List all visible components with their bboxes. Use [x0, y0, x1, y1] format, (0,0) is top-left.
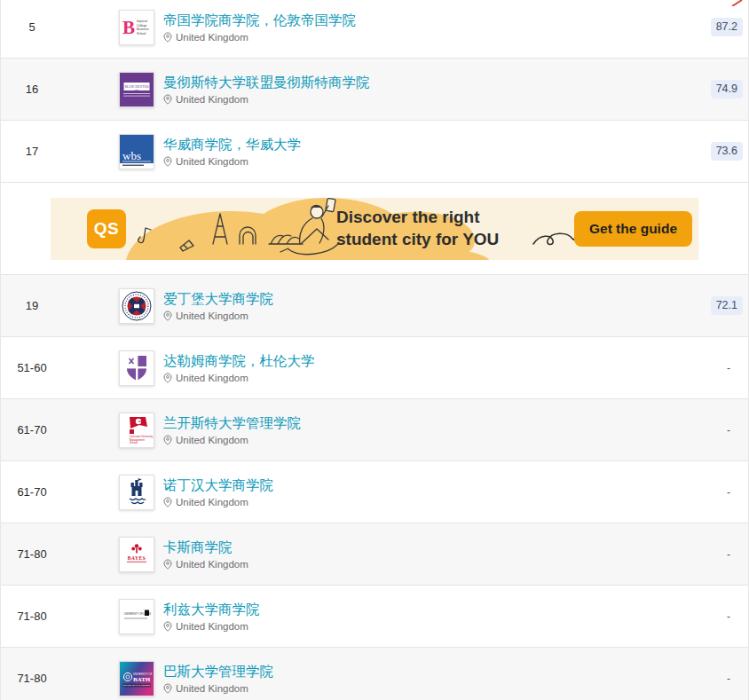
school-name-link[interactable]: 巴斯大学管理学院	[163, 663, 273, 680]
school-name-link[interactable]: 爱丁堡大学商学院	[163, 290, 273, 308]
bath-logo: UNIVERSITY OFBATHSCHOOL OF MANAGEMENT	[119, 661, 154, 696]
score-value: 87.2	[711, 18, 743, 36]
table-row[interactable]: 19 爱丁堡大学商学院 United Kingdom 72.1	[1, 275, 748, 337]
location-row: United Kingdom	[163, 559, 248, 570]
location-label: United Kingdom	[176, 497, 248, 507]
ad-headline-line1: Discover the right	[336, 206, 499, 228]
table-row[interactable]: 61-70 Lancaster UniversityManagementScho…	[1, 399, 748, 461]
school-name-link[interactable]: 曼彻斯特大学联盟曼彻斯特商学院	[163, 74, 370, 91]
school-name-link[interactable]: 卡斯商学院	[163, 539, 248, 556]
school-name-link[interactable]: 帝国学院商学院，伦敦帝国学院	[163, 12, 356, 29]
school-name-link[interactable]: 诺丁汉大学商学院	[163, 476, 273, 494]
location-pin-icon	[163, 32, 172, 43]
wbs-logo: wbs	[119, 134, 154, 169]
svg-text:1824: 1824	[134, 88, 139, 90]
cutoff-trend-mark	[730, 0, 745, 6]
manchester-logo: MANCHESTER1824	[119, 72, 154, 107]
arch-doodle	[240, 227, 256, 244]
ad-banner[interactable]: QS Discover the right student city for Y…	[51, 198, 698, 260]
score-value: -	[727, 486, 730, 499]
rank-cell: 71-80	[1, 610, 63, 623]
person-with-phone-doodle	[280, 198, 338, 254]
location-row: United Kingdom	[163, 94, 370, 105]
table-row[interactable]: 17 wbs 华威商学院，华威大学 United Kingdom 73.6	[1, 121, 748, 183]
score-value: -	[727, 610, 730, 623]
table-row[interactable]: 51-60 达勒姆商学院，杜伦大学 United Kingdom -	[1, 337, 748, 399]
table-row[interactable]: 5 BImperialCollegeBusinessSchool 帝国学院商学院…	[1, 0, 748, 59]
table-row[interactable]: 61-70 诺丁汉大学商学院 United Kingdom -	[1, 461, 748, 523]
location-pin-icon	[163, 559, 172, 570]
location-pin-icon	[163, 311, 172, 321]
rank-cell: 61-70	[1, 423, 63, 437]
lancaster-logo: Lancaster UniversityManagementSchool	[119, 413, 154, 448]
score-value: 74.9	[711, 80, 743, 98]
location-row: United Kingdom	[163, 621, 260, 632]
location-label: United Kingdom	[176, 373, 248, 383]
svg-text:wbs: wbs	[122, 149, 141, 162]
durham-logo	[119, 350, 154, 386]
school-name-link[interactable]: 达勒姆商学院，杜伦大学	[163, 352, 315, 370]
ad-headline-line2: student city for YOU	[336, 228, 499, 250]
rank-cell: 19	[1, 299, 63, 312]
location-pin-icon	[163, 683, 172, 694]
svg-text:BATH: BATH	[133, 675, 151, 682]
school-name-link[interactable]: 利兹大学商学院	[163, 601, 260, 618]
table-row[interactable]: 71-80 UNIVERSITY OFBATHSCHOOL OF MANAGEM…	[1, 648, 748, 700]
school-name-link[interactable]: 兰开斯特大学管理学院	[163, 414, 301, 432]
ad-headline: Discover the right student city for YOU	[336, 206, 499, 250]
svg-text:College: College	[137, 23, 147, 27]
location-label: United Kingdom	[176, 32, 248, 43]
svg-text:Business: Business	[137, 28, 149, 31]
score-value: -	[727, 548, 730, 561]
ad-row: QS Discover the right student city for Y…	[1, 183, 748, 275]
location-label: United Kingdom	[176, 94, 248, 105]
location-label: United Kingdom	[176, 435, 248, 445]
table-row[interactable]: 71-80 BAYES 卡斯商学院 United Kingdom -	[1, 523, 748, 586]
opera-house-doodle	[269, 235, 303, 244]
eiffel-tower-doodle	[213, 214, 227, 244]
music-note-doodle	[138, 228, 151, 243]
svg-text:School: School	[130, 441, 138, 444]
score-value: -	[727, 672, 730, 685]
leeds-logo: UNIVERSITY OF LEEDS	[119, 599, 154, 634]
location-row: United Kingdom	[163, 32, 356, 43]
location-pin-icon	[163, 621, 172, 632]
nottingham-logo	[119, 475, 154, 510]
rank-cell: 5	[1, 20, 63, 34]
location-pin-icon	[163, 94, 172, 105]
location-label: United Kingdom	[176, 559, 248, 570]
table-row[interactable]: 71-80 UNIVERSITY OF LEEDS 利兹大学商学院 United…	[1, 586, 748, 648]
location-row: United Kingdom	[163, 311, 273, 321]
rank-cell: 71-80	[1, 547, 63, 561]
location-row: United Kingdom	[163, 156, 301, 167]
table-row[interactable]: 16 MANCHESTER1824 曼彻斯特大学联盟曼彻斯特商学院 United…	[1, 59, 748, 121]
location-row: United Kingdom	[163, 497, 273, 507]
score-value: 72.1	[711, 296, 743, 315]
location-pin-icon	[163, 373, 172, 383]
rank-cell: 17	[1, 145, 63, 158]
pencil-doodle	[180, 240, 193, 251]
rank-cell: 16	[1, 83, 63, 96]
score-value: 73.6	[711, 142, 743, 161]
location-row: United Kingdom	[163, 373, 315, 383]
school-name-link[interactable]: 华威商学院，华威大学	[163, 136, 301, 153]
location-pin-icon	[163, 156, 172, 167]
edinburgh-logo	[119, 288, 154, 324]
location-label: United Kingdom	[176, 156, 248, 167]
location-label: United Kingdom	[176, 311, 248, 321]
location-label: United Kingdom	[176, 621, 248, 632]
rank-cell: 71-80	[1, 672, 63, 685]
location-pin-icon	[163, 435, 172, 445]
svg-text:BAYES: BAYES	[128, 554, 146, 560]
score-value: -	[727, 362, 730, 374]
location-label: United Kingdom	[176, 683, 248, 694]
imperial-logo: BImperialCollegeBusinessSchool	[119, 10, 154, 45]
rank-cell: 51-60	[1, 361, 63, 374]
svg-text:School: School	[137, 31, 146, 35]
svg-text:Imperial: Imperial	[137, 20, 147, 23]
get-the-guide-button[interactable]: Get the guide	[574, 211, 692, 247]
score-value: -	[727, 424, 730, 437]
location-row: United Kingdom	[163, 683, 273, 694]
svg-text:B: B	[122, 17, 135, 38]
location-row: United Kingdom	[163, 435, 301, 445]
